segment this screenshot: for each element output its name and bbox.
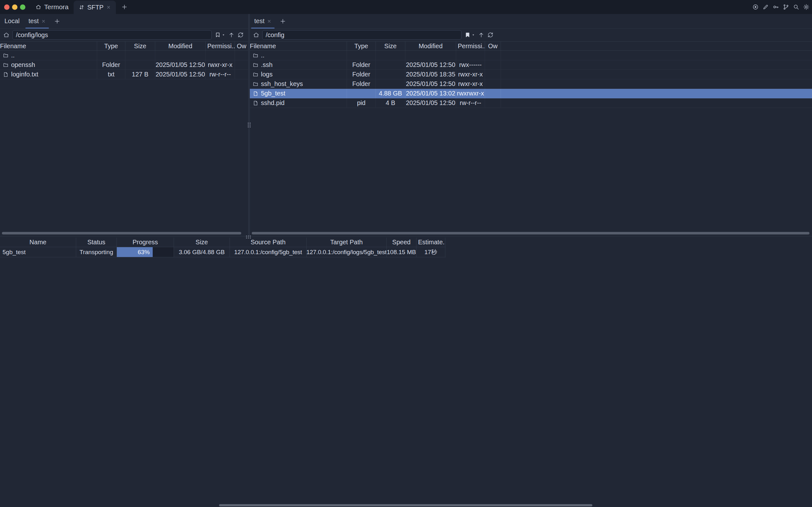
column-header-owner[interactable]: Ow xyxy=(235,42,248,50)
tab-test-right[interactable]: test xyxy=(250,14,276,29)
column-header-size[interactable]: Size xyxy=(376,42,405,50)
column-header-permissions[interactable]: Permissi... xyxy=(456,42,485,50)
plus-icon xyxy=(121,4,127,10)
close-tab-icon[interactable] xyxy=(106,5,111,9)
horizontal-scrollbar-thumb[interactable] xyxy=(252,232,809,234)
zoom-window-button[interactable] xyxy=(20,4,25,10)
file-row[interactable]: logs Folder 2025/01/05 18:35 rwxr-xr-x xyxy=(250,70,812,79)
folder-icon xyxy=(253,81,258,87)
parent-directory-button[interactable] xyxy=(478,32,484,38)
column-header-permissions[interactable]: Permissi... xyxy=(206,42,235,50)
column-header-name[interactable]: Name xyxy=(0,238,76,247)
column-header-type[interactable]: Type xyxy=(347,42,376,50)
edit-button[interactable] xyxy=(762,4,769,10)
file-row[interactable]: sshd.pid pid 4 B 2025/01/05 12:50 rw-r--… xyxy=(250,98,812,108)
refresh-button[interactable] xyxy=(487,32,494,38)
splitter-grip xyxy=(246,236,251,239)
column-header-filename[interactable]: Filename xyxy=(250,42,347,50)
close-tab-icon[interactable] xyxy=(267,19,271,23)
cell-permissions xyxy=(456,51,485,60)
local-path-toolbar xyxy=(0,29,248,41)
file-row[interactable]: .. xyxy=(0,51,248,60)
column-header-owner[interactable]: Ow xyxy=(485,42,501,50)
column-header-progress[interactable]: Progress xyxy=(117,238,174,247)
cell-filename: ssh_host_keys xyxy=(250,79,347,89)
column-header-target-path[interactable]: Target Path xyxy=(307,238,387,247)
bookmark-button[interactable] xyxy=(215,32,225,38)
transfer-row[interactable]: 5gb_test Transporting 63% 3.06 GB/4.88 G… xyxy=(0,247,446,257)
home-icon xyxy=(253,32,259,38)
tab-sftp[interactable]: SFTP xyxy=(74,1,116,14)
cell-size xyxy=(125,60,155,69)
cell-permissions: rwxr-xr-x xyxy=(456,79,485,89)
file-row[interactable]: .ssh Folder 2025/01/05 12:50 rwx------ xyxy=(250,60,812,70)
column-header-speed[interactable]: Speed xyxy=(387,238,417,247)
column-header-source-path[interactable]: Source Path xyxy=(230,238,307,247)
settings-button[interactable] xyxy=(803,4,809,10)
cell-filename: .. xyxy=(0,51,97,60)
home-button[interactable] xyxy=(253,32,259,38)
file-row[interactable]: .. xyxy=(250,51,812,60)
file-row[interactable]: openssh Folder 2025/01/05 12:50 rwxr-xr-… xyxy=(0,60,248,70)
app-home-tab[interactable]: Termora xyxy=(31,0,74,14)
refresh-icon xyxy=(487,32,494,38)
column-header-type[interactable]: Type xyxy=(97,42,125,50)
cell-filename: .. xyxy=(250,51,347,60)
column-header-filename[interactable]: Filename xyxy=(0,42,97,50)
chevron-down-icon[interactable] xyxy=(471,33,475,37)
close-tab-icon[interactable] xyxy=(41,19,46,23)
cell-size: 3.06 GB/4.88 GB xyxy=(174,247,230,257)
cell-permissions: rwxr-xr-x xyxy=(456,70,485,79)
column-header-status[interactable]: Status xyxy=(76,238,117,247)
column-header-size[interactable]: Size xyxy=(125,42,155,50)
cell-owner xyxy=(235,51,248,60)
tab-local[interactable]: Local xyxy=(0,14,24,29)
file-table-header: Filename Type Size Modified Permissi... … xyxy=(0,41,248,51)
bottom-scrollbar-thumb[interactable] xyxy=(219,504,592,506)
tab-test-left-label: test xyxy=(29,17,39,25)
path-input[interactable] xyxy=(12,30,212,40)
cell-filename: 5gb_test xyxy=(250,89,347,98)
file-row-selected[interactable]: 5gb_test 4.88 GB 2025/01/05 13:02 rwxrwx… xyxy=(250,89,812,98)
cell-size xyxy=(376,51,405,60)
column-header-modified[interactable]: Modified xyxy=(405,42,456,50)
cell-permissions: rw-r--r-- xyxy=(206,70,235,79)
minimize-window-button[interactable] xyxy=(12,4,17,10)
record-icon xyxy=(752,4,759,10)
chevron-down-icon[interactable] xyxy=(222,33,225,37)
refresh-button[interactable] xyxy=(237,32,244,38)
arrow-up-icon xyxy=(228,32,234,38)
parent-directory-button[interactable] xyxy=(228,32,234,38)
cell-owner xyxy=(485,51,501,60)
column-header-estimate[interactable]: Estimate... xyxy=(417,238,445,247)
cell-type: Folder xyxy=(347,70,376,79)
home-button[interactable] xyxy=(3,32,9,38)
horizontal-scrollbar-thumb[interactable] xyxy=(2,232,241,234)
tab-test-left[interactable]: test xyxy=(24,14,50,29)
cell-permissions: rw-r--r-- xyxy=(456,98,485,108)
cell-source-path: 127.0.0.1:/config/5gb_test xyxy=(230,247,307,257)
bookmark-button[interactable] xyxy=(465,32,475,38)
cell-type: Folder xyxy=(347,79,376,89)
remote-path-toolbar xyxy=(250,29,812,41)
column-header-modified[interactable]: Modified xyxy=(155,42,206,50)
close-window-button[interactable] xyxy=(4,4,9,10)
record-button[interactable] xyxy=(752,4,759,10)
file-row[interactable]: ssh_host_keys Folder 2025/01/05 12:50 rw… xyxy=(250,79,812,89)
folder-icon xyxy=(253,72,258,77)
cell-modified: 2025/01/05 12:50 xyxy=(405,98,456,108)
column-header-size[interactable]: Size xyxy=(174,238,230,247)
add-tab-button-left[interactable] xyxy=(50,14,64,29)
cell-owner xyxy=(235,60,248,69)
transfer-panel-splitter[interactable] xyxy=(0,236,812,238)
cell-type: Folder xyxy=(97,60,125,69)
branch-button[interactable] xyxy=(783,4,789,10)
remote-pane: test Filename Type Size xyxy=(250,14,812,236)
path-input[interactable] xyxy=(262,30,462,40)
new-tab-button[interactable] xyxy=(119,0,130,14)
add-tab-button-right[interactable] xyxy=(276,14,290,29)
keys-button[interactable] xyxy=(773,4,779,10)
search-button[interactable] xyxy=(793,4,799,10)
file-row[interactable]: loginfo.txt txt 127 B 2025/01/05 12:50 r… xyxy=(0,70,248,79)
cell-name: 5gb_test xyxy=(0,247,76,257)
